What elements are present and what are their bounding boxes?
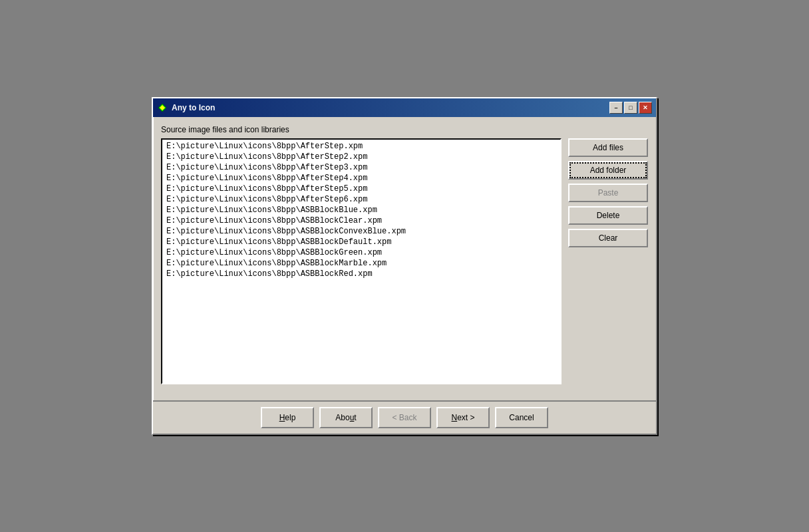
list-item[interactable]: E:\picture\Linux\icons\8bpp\AfterStep6.x… xyxy=(165,194,558,205)
clear-button[interactable]: Clear xyxy=(568,229,648,247)
file-list[interactable]: E:\picture\Linux\icons\8bpp\AfterStep.xp… xyxy=(162,140,560,383)
add-files-button[interactable]: Add files xyxy=(568,138,648,157)
maximize-button[interactable]: □ xyxy=(624,102,637,114)
section-label: Source image files and icon libraries xyxy=(161,125,648,134)
list-item[interactable]: E:\picture\Linux\icons\8bpp\ASBBlockClea… xyxy=(165,215,558,226)
paste-button[interactable]: Paste xyxy=(568,184,648,202)
buttons-panel: Add files Add folder Paste Delete Clear xyxy=(568,138,648,384)
back-button[interactable]: < Back xyxy=(378,407,431,428)
window-content: Source image files and icon libraries E:… xyxy=(153,117,656,400)
title-bar: Any to Icon – □ ✕ xyxy=(153,98,656,117)
list-item[interactable]: E:\picture\Linux\icons\8bpp\ASBBlockRed.… xyxy=(165,269,558,279)
close-button[interactable]: ✕ xyxy=(639,102,652,114)
list-item[interactable]: E:\picture\Linux\icons\8bpp\ASBBlockConv… xyxy=(165,226,558,237)
list-item[interactable]: E:\picture\Linux\icons\8bpp\ASBBlockDefa… xyxy=(165,237,558,247)
list-item[interactable]: E:\picture\Linux\icons\8bpp\AfterStep3.x… xyxy=(165,162,558,173)
title-bar-buttons: – □ ✕ xyxy=(609,102,652,114)
window-title: Any to Icon xyxy=(172,103,215,112)
list-item[interactable]: E:\picture\Linux\icons\8bpp\ASBBlockBlue… xyxy=(165,205,558,215)
bottom-bar: Help About < Back Next > Cancel xyxy=(153,400,656,434)
next-underline: N xyxy=(451,413,457,422)
title-bar-left: Any to Icon xyxy=(157,102,215,113)
minimize-button[interactable]: – xyxy=(609,102,623,114)
list-item[interactable]: E:\picture\Linux\icons\8bpp\AfterStep5.x… xyxy=(165,184,558,194)
add-folder-button[interactable]: Add folder xyxy=(568,161,648,180)
list-item[interactable]: E:\picture\Linux\icons\8bpp\AfterStep.xp… xyxy=(165,141,558,152)
file-list-container: E:\picture\Linux\icons\8bpp\AfterStep.xp… xyxy=(161,138,562,384)
about-button[interactable]: About xyxy=(319,407,373,428)
app-icon xyxy=(157,102,168,113)
delete-button[interactable]: Delete xyxy=(568,206,648,225)
next-button[interactable]: Next > xyxy=(436,407,490,428)
list-item[interactable]: E:\picture\Linux\icons\8bpp\AfterStep2.x… xyxy=(165,152,558,162)
help-underline: H xyxy=(279,413,285,422)
cancel-button[interactable]: Cancel xyxy=(495,407,548,428)
main-window: Any to Icon – □ ✕ Source image files and… xyxy=(152,97,657,435)
about-underline: u xyxy=(350,413,355,422)
list-item[interactable]: E:\picture\Linux\icons\8bpp\ASBBlockMarb… xyxy=(165,258,558,269)
help-button[interactable]: Help xyxy=(261,407,314,428)
list-item[interactable]: E:\picture\Linux\icons\8bpp\ASBBlockGree… xyxy=(165,247,558,258)
list-item[interactable]: E:\picture\Linux\icons\8bpp\AfterStep4.x… xyxy=(165,173,558,184)
main-area: E:\picture\Linux\icons\8bpp\AfterStep.xp… xyxy=(161,138,648,384)
